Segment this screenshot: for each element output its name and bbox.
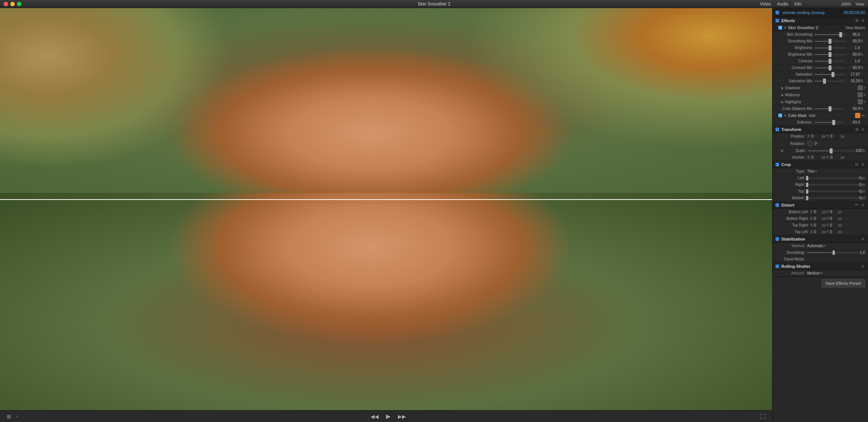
scale-slider[interactable] [808, 151, 854, 151]
distort-bl-label: Bottom Left: [781, 210, 810, 214]
midtones-arrow[interactable]: ▾ [864, 93, 865, 97]
stab-indicator [775, 237, 779, 241]
effects-title: Effects [781, 18, 795, 23]
cb-mix-label: Color Balance Mix [781, 107, 815, 111]
distort-bl-x-value: 0 [814, 210, 822, 214]
fullscreen-button[interactable]: ⛶ [758, 413, 768, 420]
next-frame-button[interactable]: ▶▶ [396, 413, 408, 420]
view-masks-button[interactable]: View Masks [846, 26, 865, 30]
midtones-swatch[interactable] [858, 92, 863, 97]
rs-amount-arrow[interactable]: ▾ [821, 271, 823, 275]
highlights-triangle[interactable]: ▶ [781, 100, 784, 104]
crop-type-arrow[interactable]: ▾ [815, 170, 817, 173]
stab-method-arrow[interactable]: ▾ [824, 244, 826, 248]
menu-info[interactable]: Info [794, 1, 802, 7]
transform-section-header[interactable]: Transform ⊞ ∧ [772, 126, 868, 133]
prev-frame-button[interactable]: ◀◀ [368, 413, 381, 420]
smoothing-mix-slider[interactable] [815, 41, 845, 42]
crop-right-slider[interactable] [807, 183, 859, 187]
view-label[interactable]: View [855, 2, 864, 6]
crop-resize-icon[interactable]: ⊡ [854, 162, 859, 167]
zoom-level: 100% [841, 2, 851, 6]
softness-slider[interactable] [815, 122, 845, 123]
minimize-button[interactable] [10, 2, 15, 6]
crop-left-slider[interactable] [807, 176, 859, 180]
distort-tr-y-value: 0 [830, 223, 838, 227]
stab-method-value[interactable]: Automatic [807, 244, 823, 248]
transform-grid-icon[interactable]: ⊞ [855, 127, 859, 131]
brightness-mix-unit: % [860, 52, 865, 56]
cb-mix-unit: % [860, 107, 865, 111]
smoothing-mix-unit: % [860, 39, 865, 43]
saturation-mix-unit: % [860, 79, 865, 83]
crop-top-label: Top: [781, 189, 807, 193]
titlebar: Skin Smoother 2 100% View Video Audio In… [0, 0, 868, 8]
rotation-dial[interactable] [807, 141, 813, 146]
transform-collapse-icon[interactable]: ∧ [861, 127, 865, 132]
maximize-button[interactable] [17, 2, 21, 6]
rotation-unit: ° [817, 142, 818, 146]
skin-smoothing-slider[interactable] [815, 34, 845, 35]
shadows-arrow[interactable]: ▾ [864, 86, 865, 90]
close-button[interactable] [4, 2, 8, 6]
stab-title: Stabilization [781, 237, 805, 241]
crop-bottom-slider[interactable] [807, 196, 859, 200]
distort-section-header[interactable]: Distort ✏ ∧ [772, 201, 868, 209]
contrast-label: Contrast [781, 59, 815, 63]
crop-top-slider[interactable] [807, 189, 859, 194]
rs-amount-value[interactable]: Medium [807, 271, 820, 275]
source-button[interactable]: ⊞ [4, 413, 13, 420]
color-mask-swatch[interactable] [855, 113, 860, 118]
distort-indicator [775, 203, 779, 207]
effects-indicator [775, 19, 779, 23]
plugin-enable-checkbox[interactable] [778, 26, 782, 30]
contrast-slider[interactable] [815, 61, 845, 62]
cb-mix-slider[interactable] [815, 108, 845, 109]
contrast-mix-slider[interactable] [815, 68, 845, 68]
plugin-row: ▼ Skin Smoother 2: View Masks [772, 24, 868, 31]
effects-section-header[interactable]: Effects ⊞ ∧ [772, 17, 868, 24]
position-label: Position: [781, 134, 807, 138]
distort-collapse-icon[interactable]: ∧ [861, 203, 865, 207]
color-mask-checkbox[interactable] [778, 114, 782, 117]
stab-collapse-icon[interactable]: ∧ [861, 236, 865, 241]
saturation-mix-slider[interactable] [815, 81, 845, 82]
crop-collapse-icon[interactable]: ∧ [861, 162, 865, 167]
distort-tr-label: Top Right: [781, 223, 810, 227]
distort-edit-icon[interactable]: ✏ [854, 203, 859, 207]
scale-triangle[interactable]: ▶ [781, 149, 784, 152]
shadows-swatch[interactable] [858, 85, 863, 90]
stabilization-section-header[interactable]: Stabilization ∧ [772, 235, 868, 243]
shadows-triangle[interactable]: ▶ [781, 86, 784, 90]
highlights-arrow[interactable]: ▾ [864, 100, 865, 104]
color-mask-add[interactable]: Add [809, 114, 816, 118]
distort-tr-x-unit: px [822, 223, 826, 227]
highlights-swatch[interactable] [858, 99, 863, 104]
distort-tr-y-label: Y: [826, 223, 830, 227]
pen-icon[interactable]: ✏ [862, 113, 865, 118]
softness-row: Softness: 63.0 [772, 119, 868, 126]
menu-audio[interactable]: Audio [777, 1, 788, 7]
saturation-slider[interactable] [815, 74, 845, 75]
play-button[interactable]: ▶ [384, 412, 393, 421]
crop-left-row: Left: 0 px [772, 175, 868, 181]
menu-video[interactable]: Video [760, 1, 771, 7]
save-preset-button[interactable]: Save Effects Preset [822, 279, 865, 287]
scale-label: Scale: [785, 149, 808, 153]
color-mask-triangle[interactable]: ▼ [784, 114, 787, 117]
crop-type-value[interactable]: Trim [807, 169, 815, 173]
stab-smoothing-slider[interactable] [807, 250, 860, 255]
split-line[interactable] [0, 199, 772, 200]
clip-name: woman smiling closeup [781, 10, 825, 15]
rs-collapse-icon[interactable]: ∧ [861, 264, 865, 269]
brightness-slider[interactable] [815, 48, 845, 48]
effects-grid-icon[interactable]: ⊞ [855, 18, 859, 23]
plugin-expand-triangle[interactable]: ▼ [784, 26, 787, 30]
crop-section-header[interactable]: Crop ⊡ ∧ [772, 161, 868, 168]
distort-tr-x-value: 0 [814, 223, 822, 227]
brightness-mix-slider[interactable] [815, 54, 845, 55]
midtones-triangle[interactable]: ▶ [781, 93, 784, 97]
effects-collapse-icon[interactable]: ∧ [861, 18, 865, 23]
rolling-shutter-section-header[interactable]: Rolling Shutter ∧ [772, 263, 868, 270]
param-cb-mix: Color Balance Mix 50.0 % [772, 106, 868, 112]
